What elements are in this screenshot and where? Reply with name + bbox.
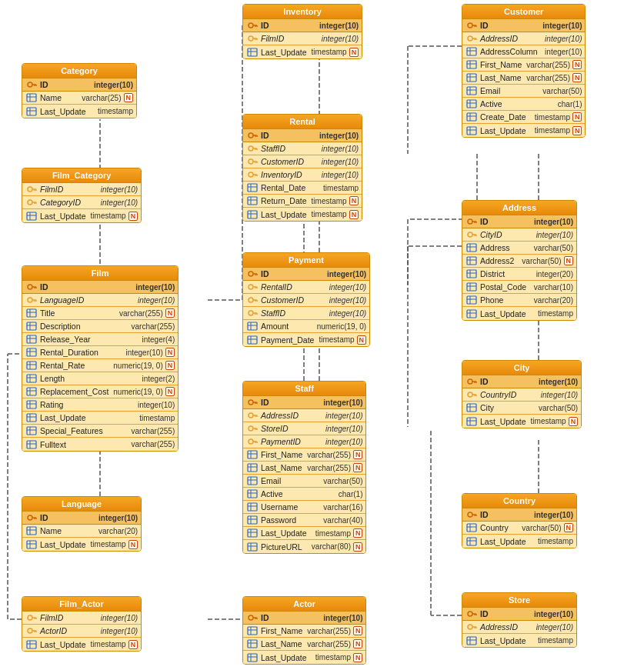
table-inventory[interactable]: InventoryIDinteger(10)FilmIDinteger(10)L…: [242, 4, 362, 59]
table-row: Last_Namevarchar(255)N: [462, 72, 585, 85]
table-staff[interactable]: StaffIDinteger(10)AddressIDinteger(10)St…: [242, 381, 366, 554]
table-row: IDinteger(10): [462, 19, 585, 32]
foreign-key-icon: [246, 33, 259, 44]
column-name: Fulltext: [40, 440, 127, 449]
table-header-country: Country: [462, 494, 576, 508]
column-type: varchar(25): [82, 94, 121, 102]
column-name: FilmID: [40, 185, 96, 194]
table-row: Last_UpdatetimestampN: [243, 208, 362, 221]
table-film_actor[interactable]: Film_ActorFilmIDinteger(10)ActorIDintege…: [22, 596, 142, 652]
column-name: ID: [480, 217, 529, 226]
column-type: integer(10): [101, 198, 138, 207]
not-null-badge: N: [165, 361, 175, 370]
table-row: Payment_DatetimestampN: [243, 333, 369, 346]
foreign-key-icon: [465, 229, 478, 240]
column-name: Title: [40, 308, 115, 318]
svg-rect-261: [27, 541, 36, 548]
table-row: IDinteger(10): [462, 508, 576, 522]
column-name: CategoryID: [40, 198, 96, 207]
table-row: Countryvarchar(50)N: [462, 522, 576, 535]
table-row: CityIDinteger(10): [462, 228, 576, 242]
column-icon: [246, 625, 259, 636]
column-name: FilmID: [261, 34, 317, 43]
column-type: timestamp: [535, 113, 570, 122]
column-type: varchar(255): [307, 464, 351, 472]
svg-point-285: [249, 615, 253, 620]
column-type: timestamp: [312, 48, 347, 56]
svg-rect-176: [27, 348, 36, 356]
table-row: Last_Namevarchar(255)N: [243, 462, 365, 475]
table-film[interactable]: FilmIDinteger(10)LanguageIDinteger(10)Ti…: [22, 265, 179, 452]
column-type: integer(10): [327, 270, 366, 278]
table-row: Rental_Datetimestamp: [243, 182, 362, 195]
primary-key-icon: [465, 216, 478, 227]
column-name: Last_Update: [40, 107, 93, 116]
column-type: timestamp: [531, 417, 566, 425]
column-type: integer(10): [125, 348, 162, 357]
svg-point-75: [249, 133, 253, 138]
table-actor[interactable]: ActorIDinteger(10)First_Namevarchar(255)…: [242, 596, 366, 665]
svg-rect-242: [248, 503, 257, 511]
column-type: varchar(80): [312, 542, 351, 551]
column-name: Last_Name: [480, 73, 522, 82]
svg-rect-131: [467, 296, 476, 304]
column-name: Email: [480, 86, 538, 95]
column-type: varchar(50): [522, 257, 561, 265]
svg-rect-97: [248, 211, 257, 218]
table-rental[interactable]: RentalIDinteger(10)StaffIDinteger(10)Cus…: [242, 114, 362, 222]
primary-key-icon: [465, 608, 478, 619]
table-row: CountryIDinteger(10): [462, 388, 581, 402]
table-city[interactable]: CityIDinteger(10)CountryIDinteger(10)Cit…: [462, 360, 582, 428]
erd-diagram: InventoryIDinteger(10)FilmIDinteger(10)L…: [0, 0, 644, 670]
table-store[interactable]: StoreIDinteger(10)AddressIDinteger(10)La…: [462, 592, 577, 648]
svg-rect-94: [248, 197, 257, 205]
table-header-film: Film: [22, 266, 178, 281]
column-name: City: [480, 403, 534, 412]
table-row: AddressColumninteger(10): [462, 45, 585, 58]
column-name: LanguageID: [40, 295, 133, 305]
not-null-badge: N: [165, 348, 175, 357]
column-name: Payment_Date: [261, 335, 314, 345]
svg-point-29: [249, 36, 253, 41]
table-row: Address2varchar(50)N: [462, 255, 576, 268]
column-type: integer(10): [329, 296, 366, 305]
table-film_category[interactable]: Film_CategoryFilmIDinteger(10)CategoryID…: [22, 168, 142, 223]
column-type: integer(10): [135, 283, 175, 292]
table-category[interactable]: CategoryIDinteger(10)Namevarchar(25)NLas…: [22, 63, 137, 118]
column-icon: [465, 282, 478, 292]
foreign-key-icon: [246, 156, 259, 167]
table-language[interactable]: LanguageIDinteger(10)Namevarchar(20)Last…: [22, 496, 142, 552]
column-type: integer(10): [325, 412, 362, 420]
column-icon: [246, 488, 259, 499]
foreign-key-icon: [246, 410, 259, 421]
column-type: varchar(16): [323, 503, 362, 512]
table-country[interactable]: CountryIDinteger(10)Countryvarchar(50)NL…: [462, 493, 577, 548]
not-null-badge: N: [349, 48, 359, 57]
svg-rect-268: [467, 524, 476, 532]
svg-point-100: [28, 187, 32, 192]
column-type: varchar(255): [526, 74, 570, 82]
table-customer[interactable]: CustomerIDinteger(10)AddressIDinteger(10…: [462, 4, 586, 138]
table-payment[interactable]: PaymentIDinteger(10)RentalIDinteger(10)C…: [242, 252, 370, 347]
column-icon: [25, 373, 38, 384]
table-row: IDinteger(10): [243, 396, 365, 409]
column-type: integer(10): [545, 48, 582, 56]
svg-rect-248: [248, 529, 257, 537]
column-type: integer(10): [323, 614, 362, 622]
svg-point-115: [468, 232, 472, 237]
foreign-key-icon: [246, 423, 259, 434]
foreign-key-icon: [246, 308, 259, 318]
column-name: Last_Update: [261, 210, 307, 219]
svg-point-222: [249, 426, 253, 431]
svg-rect-156: [248, 336, 257, 344]
table-address[interactable]: AddressIDinteger(10)CityIDinteger(10)Add…: [462, 200, 577, 321]
column-icon: [25, 321, 38, 332]
table-row: CustomerIDinteger(10): [243, 155, 362, 168]
column-name: Release_Year: [40, 335, 137, 344]
column-name: District: [480, 269, 532, 278]
not-null-badge: N: [353, 653, 363, 662]
column-name: Phone: [480, 295, 529, 305]
column-icon: [465, 255, 478, 266]
foreign-key-icon: [25, 197, 38, 208]
column-name: First_Name: [261, 626, 302, 635]
